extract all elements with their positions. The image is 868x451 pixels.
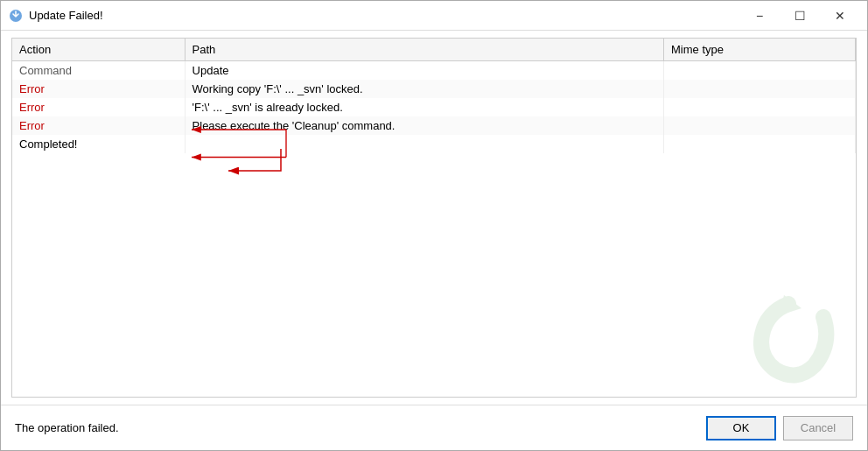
table-cell-path: Working copy 'F:\' ... _svn' locked. bbox=[185, 80, 663, 98]
table-cell-mime bbox=[664, 135, 856, 153]
table-row: ErrorWorking copy 'F:\' ... _svn' locked… bbox=[12, 80, 856, 98]
col-header-action: Action bbox=[12, 39, 185, 61]
table-header-row: Action Path Mime type bbox=[12, 39, 856, 61]
col-header-mime: Mime type bbox=[664, 39, 856, 61]
table-row: ErrorPlease execute the 'Cleanup' comman… bbox=[12, 116, 856, 135]
table-cell-path bbox=[185, 135, 663, 153]
log-table: Action Path Mime type CommandUpdateError… bbox=[12, 39, 856, 153]
window-icon bbox=[8, 8, 24, 24]
table-cell-path: Please execute the 'Cleanup' command. bbox=[185, 116, 663, 135]
table-cell-path: Update bbox=[185, 61, 663, 81]
window-title: Update Failed! bbox=[29, 9, 739, 22]
table-cell-action: Error bbox=[12, 116, 185, 135]
content-area: Action Path Mime type CommandUpdateError… bbox=[1, 31, 867, 405]
minimize-button[interactable]: − bbox=[739, 1, 780, 31]
update-failed-window: Update Failed! − ☐ ✕ Action Path Mime ty… bbox=[0, 0, 868, 451]
table-cell-action: Error bbox=[12, 98, 185, 116]
refresh-decoration-icon bbox=[753, 291, 841, 387]
table-cell-action: Completed! bbox=[12, 135, 185, 153]
table-cell-action: Error bbox=[12, 80, 185, 98]
title-bar: Update Failed! − ☐ ✕ bbox=[1, 1, 867, 31]
log-table-container: Action Path Mime type CommandUpdateError… bbox=[11, 38, 857, 398]
table-cell-mime bbox=[664, 80, 856, 98]
svn-icon bbox=[8, 8, 24, 24]
col-header-path: Path bbox=[185, 39, 663, 61]
table-row: CommandUpdate bbox=[12, 61, 856, 81]
window-controls: − ☐ ✕ bbox=[739, 1, 860, 31]
table-row: Error'F:\' ... _svn' is already locked. bbox=[12, 98, 856, 116]
table-row: Completed! bbox=[12, 135, 856, 153]
table-cell-mime bbox=[664, 98, 856, 116]
table-cell-action: Command bbox=[12, 61, 185, 81]
footer: The operation failed. OK Cancel bbox=[1, 405, 867, 450]
table-cell-mime bbox=[664, 116, 856, 135]
table-cell-path: 'F:\' ... _svn' is already locked. bbox=[185, 98, 663, 116]
ok-button[interactable]: OK bbox=[706, 416, 776, 440]
footer-buttons: OK Cancel bbox=[706, 416, 853, 440]
table-cell-mime bbox=[664, 61, 856, 81]
status-text: The operation failed. bbox=[15, 421, 706, 434]
close-button[interactable]: ✕ bbox=[820, 1, 860, 31]
cancel-button[interactable]: Cancel bbox=[783, 416, 853, 440]
maximize-button[interactable]: ☐ bbox=[780, 1, 820, 31]
